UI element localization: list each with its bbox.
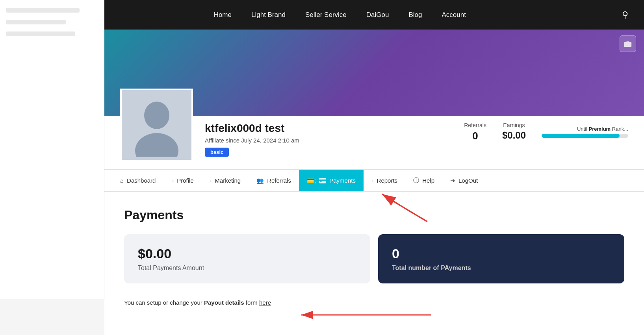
subnav-dashboard[interactable]: ⌂ Dashboard <box>112 170 163 191</box>
avatar <box>120 89 193 161</box>
card1-desc: Total Payments Amount <box>138 265 356 272</box>
subnav-help-label: Help <box>422 177 434 184</box>
earnings-value: $0.00 <box>502 130 526 141</box>
logout-icon: ➔ <box>450 177 455 184</box>
subnav-profile-label: Profile <box>177 177 194 184</box>
referrals-value: 0 <box>464 130 486 142</box>
card2-amount: 0 <box>392 246 611 261</box>
subnav-referrals-label: Referrals <box>267 177 291 184</box>
subnav-dashboard-label: Dashboard <box>127 177 156 184</box>
search-icon[interactable]: ⚲ <box>622 10 628 20</box>
stats-cards: $0.00 Total Payments Amount 0 Total numb… <box>124 234 624 283</box>
main-content: Payments $0.00 Total Payments Amount 0 T… <box>104 192 644 335</box>
chevron-icon: › <box>172 178 174 183</box>
premium-rank-suffix: Rank... <box>612 126 628 132</box>
payment-card-icon <box>319 178 326 183</box>
profile-stats: Referrals 0 Earnings $0.00 Until Premium… <box>464 116 628 142</box>
subnav-reports-label: Reports <box>377 177 398 184</box>
profile-name: ktfelix000d test <box>205 122 452 135</box>
profile-since: Affiliate since July 24, 2024 2:10 am <box>205 137 452 144</box>
subnav-logout[interactable]: ➔ LogOut <box>442 170 486 191</box>
sidebar <box>0 0 104 299</box>
subnav-payments-label: Payments <box>329 177 356 184</box>
payment-icon: 💳; <box>307 177 316 184</box>
subnav-marketing[interactable]: › Marketing <box>202 170 249 191</box>
profile-section: ktfelix000d test Affiliate since July 24… <box>104 116 644 169</box>
card2-desc: Total number of PAyments <box>392 265 611 272</box>
arrow-to-payout <box>282 303 439 327</box>
payout-here-link[interactable]: here <box>259 299 271 306</box>
subnav-reports[interactable]: › Reports <box>364 170 405 191</box>
nav-light-brand[interactable]: Light Brand <box>251 11 286 19</box>
avatar-container <box>120 89 193 161</box>
subnav-profile[interactable]: › Profile <box>163 170 201 191</box>
referrals-stat: Referrals 0 <box>464 122 486 142</box>
premium-bar-section: Until Premium Rank... <box>542 126 628 138</box>
card1-amount: $0.00 <box>138 246 356 261</box>
svg-rect-3 <box>319 180 326 181</box>
premium-rank: Premium <box>589 126 611 132</box>
premium-progress-bar <box>542 134 628 138</box>
premium-bar-fill <box>542 134 620 138</box>
sidebar-line-1 <box>6 8 80 13</box>
nav-home[interactable]: Home <box>214 11 232 19</box>
subnav-logout-label: LogOut <box>458 177 478 184</box>
svg-point-0 <box>144 102 169 129</box>
total-payments-count-card: 0 Total number of PAyments <box>378 234 624 283</box>
home-icon: ⌂ <box>120 177 124 184</box>
sub-nav: ⌂ Dashboard › Profile › Marketing 👥 Refe… <box>104 169 644 192</box>
profile-info: ktfelix000d test Affiliate since July 24… <box>205 116 452 157</box>
page-title: Payments <box>124 208 624 222</box>
svg-point-1 <box>135 133 178 157</box>
subnav-payments[interactable]: 💳; Payments <box>299 170 364 191</box>
rank-badge: basic <box>205 148 229 157</box>
chevron-icon-3: › <box>372 178 374 183</box>
payout-info-text: You can setup or change your Payout deta… <box>124 299 624 306</box>
payout-text-mid: form <box>244 299 259 306</box>
help-icon: ⓘ <box>413 177 419 184</box>
sidebar-line-3 <box>6 31 75 36</box>
nav-seller-service[interactable]: Seller Service <box>305 11 347 19</box>
premium-text: Until Premium Rank... <box>542 126 628 132</box>
earnings-stat: Earnings $0.00 <box>502 122 526 141</box>
svg-rect-4 <box>320 181 322 182</box>
total-payments-amount-card: $0.00 Total Payments Amount <box>124 234 370 283</box>
earnings-label: Earnings <box>502 122 526 128</box>
nav-account[interactable]: Account <box>442 11 466 19</box>
camera-icon-button[interactable] <box>620 35 636 52</box>
group-icon: 👥 <box>256 177 264 184</box>
referrals-label: Referrals <box>464 122 486 128</box>
nav-daigou[interactable]: DaiGou <box>366 11 389 19</box>
sidebar-line-2 <box>6 20 66 24</box>
nav-blog[interactable]: Blog <box>408 11 422 19</box>
subnav-help[interactable]: ⓘ Help <box>405 170 442 191</box>
subnav-referrals[interactable]: 👥 Referrals <box>249 170 299 191</box>
chevron-icon-2: › <box>210 178 212 183</box>
payout-bold: Payout details <box>204 299 244 306</box>
payout-text-before: You can setup or change your <box>124 299 204 306</box>
subnav-marketing-label: Marketing <box>215 177 241 184</box>
